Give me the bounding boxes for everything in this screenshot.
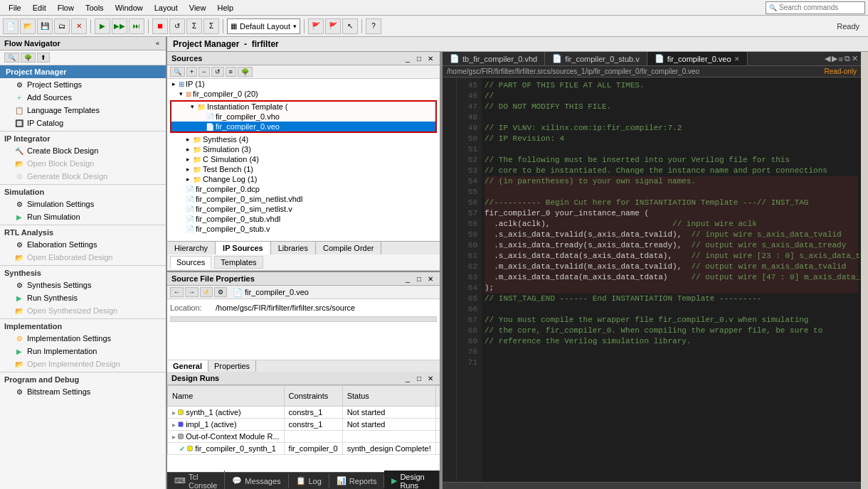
synth-expander[interactable]: ▸ [184, 136, 191, 143]
menu-layout[interactable]: Layout [149, 2, 184, 14]
bottom-tab-log[interactable]: 📋 Log [289, 474, 329, 488]
tree-item-stub-vhdl[interactable]: 📄 fir_compiler_0_stub.vhdl [167, 214, 440, 224]
open-btn[interactable]: 📂 [20, 18, 36, 34]
dr-minimize[interactable]: _ [403, 373, 413, 383]
menu-view[interactable]: View [184, 2, 212, 14]
nav-item-run-synth[interactable]: ▶ Run Synthesis [0, 291, 166, 304]
src-options-btn[interactable]: ≡ [226, 67, 236, 77]
sources-close[interactable]: ✕ [425, 53, 435, 63]
nav-item-synth-settings[interactable]: ⚙ Synthesis Settings [0, 279, 166, 291]
tree-item-changelog[interactable]: ▸ 📁 Change Log (1) [167, 174, 440, 184]
bottom-tab-design-runs[interactable]: ▶ Design Runs [384, 471, 440, 490]
src-add-btn[interactable]: + [186, 67, 197, 77]
editor-tab-veo[interactable]: 📄 fir_compiler_0.veo ✕ [647, 52, 748, 65]
float-btn[interactable]: ⧉ [845, 54, 850, 63]
close-all-btn[interactable]: ✕ [852, 54, 858, 63]
cl-expander[interactable]: ▸ [184, 176, 191, 183]
ip-expander[interactable]: ▸ [170, 80, 177, 87]
layout-dropdown[interactable]: ▦ Default Layout ▾ [227, 18, 300, 34]
tab-libraries[interactable]: Libraries [271, 242, 316, 254]
nav-item-sim-settings[interactable]: ⚙ Simulation Settings [0, 198, 166, 210]
editor-tab-stub[interactable]: 📄 fir_compiler_0_stub.v [545, 52, 647, 65]
tab-menu-btn[interactable]: ≡ [839, 55, 843, 63]
nav-item-ip-catalog[interactable]: 🔲 IP Catalog [0, 117, 166, 129]
editor-hscrollbar[interactable] [443, 482, 861, 489]
step-btn[interactable]: ⏭ [129, 18, 144, 34]
bottom-tab-tcl[interactable]: ⌨ Tcl Console [167, 471, 225, 490]
src-hierarchy-btn[interactable]: 🌳 [238, 67, 253, 77]
flag-btn[interactable]: 🚩 [308, 18, 324, 34]
editor-tab-tb[interactable]: 📄 tb_fir_compiler_0.vhd [443, 52, 545, 65]
cursor-btn[interactable]: ↖ [342, 18, 358, 34]
subtab-sources[interactable]: Sources [170, 256, 211, 269]
tab-compile-order[interactable]: Compile Order [316, 242, 382, 254]
refresh-btn[interactable]: ↺ [169, 18, 185, 34]
sfp-config-btn[interactable]: ⚙ [214, 287, 227, 297]
nav-item-project-settings[interactable]: ⚙ Project Settings [0, 78, 166, 91]
sfp-refresh-btn[interactable]: ↺ [200, 287, 213, 297]
flag2-btn[interactable]: 🚩 [325, 18, 341, 34]
flow-tree-btn[interactable]: 🌳 [21, 53, 36, 63]
sfp-tab-properties[interactable]: Properties [208, 360, 256, 372]
sfp-scrollbar[interactable] [170, 316, 437, 322]
flow-expand-btn[interactable]: ⬆ [37, 53, 50, 63]
close-btn[interactable]: ✕ [71, 18, 87, 34]
sources-minimize[interactable]: _ [403, 53, 413, 63]
help-btn[interactable]: ? [366, 18, 381, 34]
sum2-btn[interactable]: Σ [203, 18, 219, 34]
search-input[interactable] [779, 4, 862, 11]
nav-item-create-block[interactable]: 🔨 Create Block Design [0, 144, 166, 157]
run-all-btn[interactable]: ▶▶ [112, 18, 127, 34]
fir-expander[interactable]: ▾ [177, 90, 184, 97]
sources-maximize[interactable]: □ [414, 53, 424, 63]
tree-item-inst-template[interactable]: ▾ 📁 Instantiation Template ( [171, 102, 435, 112]
tb-expander[interactable]: ▸ [184, 166, 191, 173]
nav-item-bitstream[interactable]: ⚙ Bitstream Settings [0, 385, 166, 398]
dr-maximize[interactable]: □ [414, 373, 424, 383]
tree-item-stub-v[interactable]: 📄 fir_compiler_0_stub.v [167, 224, 440, 234]
dr-row-synth1[interactable]: ▸ synth_1 (active) constrs_1 Not started [168, 407, 440, 419]
tree-item-dcp[interactable]: 📄 fir_compiler_0.dcp [167, 184, 440, 194]
nav-section-project-manager[interactable]: Project Manager [0, 65, 166, 78]
run-btn[interactable]: ▶ [95, 18, 110, 34]
nav-item-add-sources[interactable]: + Add Sources [0, 91, 166, 104]
csim-expander[interactable]: ▸ [184, 156, 191, 163]
src-remove-btn[interactable]: − [199, 67, 209, 77]
search-box[interactable]: 🔍 [766, 1, 865, 14]
subtab-templates[interactable]: Templates [214, 256, 263, 269]
dr-row-fir-synth[interactable]: ✔ fir_compiler_0_synth_1 fir_compiler_0 … [168, 443, 440, 455]
code-content[interactable]: // PART OF THIS FILE AT ALL TIMES.//// D… [482, 77, 861, 482]
sfp-maximize[interactable]: □ [414, 274, 424, 284]
next-tab-btn[interactable]: ▶ [832, 54, 837, 63]
save-all-btn[interactable]: 🗂 [54, 18, 70, 34]
tree-item-testbench[interactable]: ▸ 📁 Test Bench (1) [167, 164, 440, 174]
menu-window[interactable]: Window [110, 2, 149, 14]
tree-item-veo[interactable]: 📄 fir_compiler_0.veo [171, 122, 435, 131]
tab-hierarchy[interactable]: Hierarchy [167, 242, 216, 254]
sum-btn[interactable]: Σ [186, 18, 202, 34]
tree-item-sim-v[interactable]: 📄 fir_compiler_0_sim_netlist.v [167, 204, 440, 214]
tree-item-csim[interactable]: ▸ 📁 C Simulation (4) [167, 154, 440, 164]
menu-tools[interactable]: Tools [80, 2, 110, 14]
flow-search-btn[interactable]: 🔍 [4, 53, 19, 63]
sfp-fwd-btn[interactable]: → [185, 287, 199, 297]
tree-item-vho[interactable]: 📄 fir_compiler_0.vho [171, 112, 435, 122]
sim-expander[interactable]: ▸ [184, 146, 191, 153]
nav-item-elab-settings[interactable]: ⚙ Elaboration Settings [0, 238, 166, 251]
tree-item-sim-vhdl[interactable]: 📄 fir_compiler_0_sim_netlist.vhdl [167, 194, 440, 204]
nav-item-run-sim[interactable]: ▶ Run Simulation [0, 210, 166, 223]
save-btn[interactable]: 💾 [37, 18, 53, 34]
tree-item-ip[interactable]: ▸ ⊞ IP (1) [167, 79, 440, 89]
bottom-tab-messages[interactable]: 💬 Messages [225, 474, 288, 488]
menu-file[interactable]: File [3, 2, 27, 14]
nav-item-language-templates[interactable]: 📋 Language Templates [0, 104, 166, 117]
sfp-minimize[interactable]: _ [403, 274, 413, 284]
tab-ip-sources[interactable]: IP Sources [216, 242, 271, 254]
menu-flow[interactable]: Flow [52, 2, 80, 14]
menu-help[interactable]: Help [211, 2, 239, 14]
dr-row-ooc[interactable]: ▸ Out-of-Context Module R... [168, 431, 440, 443]
nav-item-run-impl[interactable]: ▶ Run Implementation [0, 345, 166, 358]
bottom-tab-reports[interactable]: 📊 Reports [329, 474, 385, 488]
nav-item-impl-settings[interactable]: ⚙ Implementation Settings [0, 332, 166, 345]
tree-item-synthesis[interactable]: ▸ 📁 Synthesis (4) [167, 134, 440, 144]
